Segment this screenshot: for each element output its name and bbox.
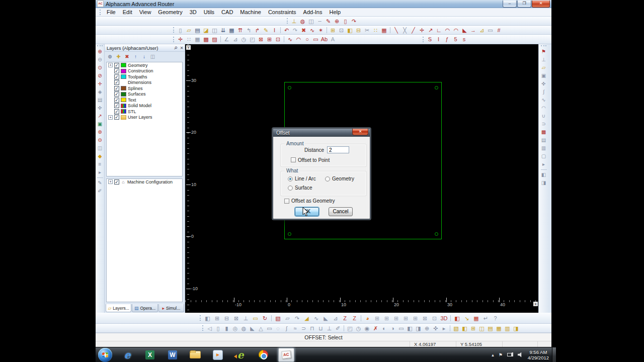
cam-right-icon[interactable]: ◨ bbox=[540, 179, 548, 187]
clip-red-icon[interactable]: ◧ bbox=[452, 314, 462, 322]
zoom-area-icon[interactable]: ⊕ bbox=[333, 17, 341, 25]
sheet-transform-icon[interactable]: ◰ bbox=[248, 35, 257, 43]
cap-op-icon[interactable]: ⊔ bbox=[316, 324, 325, 332]
solid-subtract-icon[interactable]: ⊟ bbox=[222, 314, 231, 322]
menu-machine[interactable]: Machine bbox=[236, 9, 265, 15]
redo-icon[interactable]: ↷ bbox=[291, 26, 299, 34]
menu-constraints[interactable]: Constraints bbox=[265, 9, 300, 15]
layer-row-geometry[interactable]: +✓Geometry bbox=[107, 62, 182, 68]
panel-tab-simul[interactable]: ▸Simul... bbox=[158, 304, 184, 312]
ucs-pair-icon[interactable]: ◫ bbox=[477, 324, 486, 332]
grab-hand-icon[interactable]: ✜ bbox=[540, 80, 548, 88]
sheet-bounds-icon[interactable]: ▯ bbox=[341, 17, 350, 25]
material-cube-icon[interactable]: ◆ bbox=[96, 152, 104, 160]
undo-icon[interactable]: ↶ bbox=[282, 26, 291, 34]
pyramid-icon[interactable]: △ bbox=[257, 324, 265, 332]
fastener-icon[interactable]: ⊥ bbox=[325, 324, 334, 332]
dim-measure-icon[interactable]: ▭ bbox=[486, 26, 495, 34]
menu-geometry[interactable]: Geometry bbox=[154, 9, 186, 15]
layer-dialog-icon[interactable]: ◫ bbox=[149, 53, 156, 60]
print-icon[interactable]: ▦ bbox=[227, 26, 236, 34]
compass-icon[interactable]: ◷ bbox=[239, 35, 248, 43]
twist-icon[interactable]: ∫ bbox=[282, 324, 291, 332]
tray-action-flag-icon[interactable]: ⚑ bbox=[499, 352, 503, 357]
solid-cylinder-icon[interactable]: ▮ bbox=[222, 324, 231, 332]
layer-checkbox[interactable]: ✓ bbox=[114, 92, 119, 97]
layer-row-solid-model[interactable]: ✓Solid Model bbox=[107, 103, 182, 109]
move-items-icon[interactable]: ✛ bbox=[176, 35, 185, 43]
show-desktop-button[interactable] bbox=[552, 347, 556, 362]
close-panel-icon[interactable]: ✕ bbox=[179, 46, 185, 50]
paste-transform-icon[interactable]: ⊞ bbox=[329, 26, 337, 34]
panel-tab-opera[interactable]: ▤Opera... bbox=[132, 304, 157, 312]
copy-pages-icon[interactable]: ◫ bbox=[307, 17, 315, 25]
line-arc-radio[interactable] bbox=[288, 176, 293, 182]
offset-copy-icon[interactable]: ⊟ bbox=[354, 26, 363, 34]
function-curve-icon[interactable]: ƒ bbox=[443, 35, 451, 43]
minimize-button[interactable]: – bbox=[503, 1, 517, 8]
next-view-icon[interactable]: ▸ bbox=[440, 324, 448, 332]
lock-op-icon[interactable]: ⊓ bbox=[308, 324, 316, 332]
taskbar-media-player[interactable]: ▸ bbox=[210, 348, 225, 361]
chamfer-icon[interactable]: ◣ bbox=[460, 26, 469, 34]
torus-icon[interactable]: ◍ bbox=[239, 324, 248, 332]
solid-intersect-icon[interactable]: ⊠ bbox=[231, 314, 241, 322]
fill-edit-icon[interactable]: ◧ bbox=[346, 26, 354, 34]
break-line-icon[interactable]: ╲ bbox=[392, 26, 400, 34]
offset-to-point-checkbox[interactable] bbox=[291, 157, 296, 162]
delete-sheet-icon[interactable]: ⊠ bbox=[257, 35, 265, 43]
sheet-views-icon[interactable]: ◫ bbox=[96, 144, 104, 152]
zoom-all-icon[interactable]: ⊙ bbox=[96, 64, 104, 72]
sphere-icon[interactable]: ◎ bbox=[231, 324, 239, 332]
mesh-cut-icon[interactable]: ⊠ bbox=[420, 314, 430, 322]
taskbar-excel[interactable]: X bbox=[142, 348, 157, 361]
text-ab-icon[interactable]: Ab bbox=[320, 35, 329, 43]
measure-123-icon[interactable]: # bbox=[495, 26, 503, 34]
layer-down-icon[interactable]: ↓ bbox=[140, 53, 148, 60]
ucs-grid-icon[interactable]: ⊞ bbox=[469, 324, 477, 332]
circle-icon[interactable]: ○ bbox=[303, 35, 311, 43]
mesh-iso-icon[interactable]: ⊞ bbox=[401, 314, 411, 322]
extrude-icon[interactable]: ◧ bbox=[203, 314, 212, 322]
expand-right-icon[interactable]: ▸ bbox=[540, 160, 548, 168]
layer-color-swatch[interactable] bbox=[121, 98, 126, 102]
menu-utils[interactable]: Utils bbox=[200, 9, 218, 15]
spline-curve-icon[interactable]: S bbox=[426, 35, 434, 43]
layer-color-swatch[interactable] bbox=[121, 69, 126, 73]
help-icon[interactable]: ? bbox=[491, 314, 500, 322]
menu-help[interactable]: Help bbox=[326, 9, 344, 15]
drill-tool-icon[interactable]: ⊥ bbox=[540, 56, 548, 64]
layer-color-swatch[interactable] bbox=[121, 86, 126, 90]
layer-row-dimensions[interactable]: ✓Dimensions bbox=[107, 80, 182, 86]
mesh-box-icon[interactable]: ⊡ bbox=[430, 314, 439, 322]
curve-tools-icon[interactable]: 5 bbox=[451, 35, 460, 43]
zoom-window-icon[interactable]: ⊕ bbox=[96, 48, 104, 56]
surface-erase-icon[interactable]: ▱ bbox=[283, 314, 292, 322]
taskbar-alphacam[interactable]: AC bbox=[278, 348, 294, 362]
layer-color-swatch[interactable] bbox=[121, 74, 126, 79]
expand-icon[interactable]: + bbox=[108, 179, 113, 184]
goto-sheet-icon[interactable]: ⊡ bbox=[274, 35, 282, 43]
simulate-icon[interactable]: ▩ bbox=[540, 128, 548, 136]
ucs-hatch-icon[interactable]: ▧ bbox=[452, 324, 460, 332]
zoom-view-icon[interactable]: ⊕ bbox=[423, 324, 431, 332]
new-layer-icon[interactable]: ✚ bbox=[115, 53, 122, 60]
add-sheet-icon[interactable]: ⊞ bbox=[265, 35, 274, 43]
cylinder-icon[interactable]: ▯ bbox=[214, 324, 222, 332]
zoom-previous-icon[interactable]: ⊖ bbox=[96, 56, 104, 64]
taskbar-word[interactable]: W bbox=[165, 348, 180, 361]
expand-icon[interactable]: + bbox=[108, 115, 113, 120]
corner-snap-icon[interactable]: ∟ bbox=[435, 26, 443, 34]
profile-icon[interactable]: ⊃ bbox=[540, 120, 548, 128]
layer-color-swatch[interactable] bbox=[121, 109, 126, 114]
tray-volume-icon[interactable] bbox=[518, 352, 523, 357]
layer-row-splines[interactable]: ✓Splines bbox=[107, 85, 182, 92]
mesh-front-icon[interactable]: ⊞ bbox=[372, 314, 382, 322]
pipe-icon[interactable]: ⊃ bbox=[299, 324, 308, 332]
menu-cad[interactable]: CAD bbox=[218, 9, 236, 15]
new-file-icon[interactable]: ▯ bbox=[176, 26, 185, 34]
draw-brush-icon[interactable]: ✐ bbox=[96, 187, 104, 195]
layer-checkbox[interactable]: ✓ bbox=[114, 103, 119, 108]
layer-color-swatch[interactable] bbox=[121, 63, 126, 67]
layer-color-swatch[interactable] bbox=[121, 115, 126, 120]
